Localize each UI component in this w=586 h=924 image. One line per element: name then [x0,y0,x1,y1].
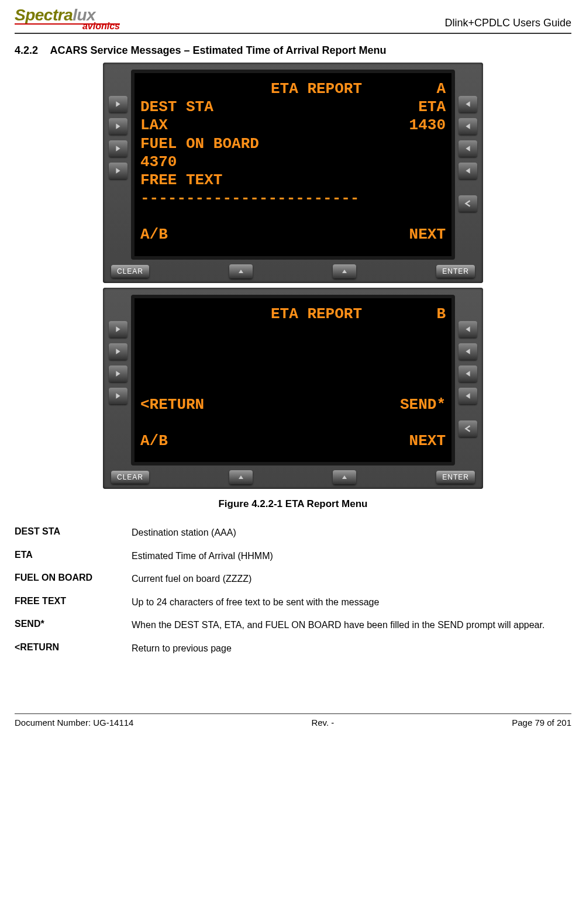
screen-b-page: B [416,305,446,323]
screen-a-freetext-label: FREE TEXT [140,171,446,189]
def-row: ETAEstimated Time of Arrival (HHMM) [15,550,571,563]
device-mid-b: ETA REPORTB <RETURNSEND* A/BNEXT [109,295,477,466]
clear-button-b[interactable]: CLEAR [111,471,149,484]
page-header: Spectralux avionics Dlink+CPDLC Users Gu… [15,6,571,34]
screen-a-eta-value: 1430 [409,116,446,135]
up-arrow-button-1-b[interactable] [229,470,253,484]
screen-a: ETA REPORTA DEST STAETA LAX1430 FUEL ON … [131,70,455,260]
def-term: DEST STA [15,526,132,537]
document-title: Dlink+CPDLC Users Guide [444,17,571,32]
logo-subtitle: avionics [61,21,120,32]
lsk-l3-b[interactable] [109,366,127,382]
device-panel-b: ETA REPORTB <RETURNSEND* A/BNEXT CLEAR [103,288,483,489]
screen-a-fuel-label: FUEL ON BOARD [140,135,446,153]
screen-a-ab-prompt: A/B [140,226,409,244]
clear-button[interactable]: CLEAR [111,265,149,278]
section-title: ACARS Service Messages – Estimated Time … [50,44,386,56]
def-row: FUEL ON BOARDCurrent fuel on board (ZZZZ… [15,573,571,585]
enter-button-b[interactable]: ENTER [436,471,475,484]
enter-button[interactable]: ENTER [436,265,475,278]
screen-b-title: ETA REPORT [216,305,416,323]
lsk-l4[interactable] [109,163,127,179]
screen-a-freetext-input: ------------------------ [140,189,446,208]
def-row: DEST STADestination station (AAA) [15,526,571,539]
screen-a-eta-label: ETA [418,98,446,116]
def-row: FREE TEXTUp to 24 characters of free tex… [15,596,571,609]
left-side-buttons [109,70,127,260]
lsk-r1[interactable] [459,96,477,112]
def-desc: When the DEST STA, ETA, and FUEL ON BOAR… [132,619,544,632]
def-term: SEND* [15,619,132,629]
section-heading: 4.2.2 ACARS Service Messages – Estimated… [15,44,571,57]
screen-b-next-prompt: NEXT [409,432,446,450]
def-desc: Current fuel on board (ZZZZ) [132,573,251,585]
up-arrow-button-2-b[interactable] [333,470,356,484]
section-number: 4.2.2 [15,44,38,57]
definitions-table: DEST STADestination station (AAA) ETAEst… [15,526,571,655]
screen-b-return-prompt: <RETURN [140,396,400,414]
screen-a-page: A [416,80,446,98]
left-side-buttons-b [109,295,127,466]
def-term: ETA [15,550,132,560]
lsk-r2-b[interactable] [459,343,477,360]
right-side-buttons [459,70,477,260]
def-desc: Estimated Time of Arrival (HHMM) [132,550,273,563]
lsk-l1-b[interactable] [109,321,127,337]
screen-a-next-prompt: NEXT [409,226,446,244]
lsk-r3[interactable] [459,140,477,157]
back-angle-button[interactable] [459,195,477,212]
lsk-l2[interactable] [109,118,127,135]
lsk-l3[interactable] [109,140,127,157]
screen-b: ETA REPORTB <RETURNSEND* A/BNEXT [131,295,455,466]
lsk-r1-b[interactable] [459,321,477,337]
def-row: SEND*When the DEST STA, ETA, and FUEL ON… [15,619,571,632]
screen-a-title: ETA REPORT [216,80,416,98]
def-desc: Up to 24 characters of free text to be s… [132,596,379,609]
up-arrow-button-1[interactable] [229,264,253,278]
screen-a-dest-sta-label: DEST STA [140,98,418,116]
screenshot-container: ETA REPORTA DEST STAETA LAX1430 FUEL ON … [15,63,571,526]
def-row: <RETURNReturn to previous page [15,642,571,655]
footer-page-number: Page 79 of 201 [512,718,571,728]
screen-a-dest-sta-value: LAX [140,116,409,135]
figure-caption: Figure 4.2.2-1 ETA Report Menu [218,498,367,510]
device-b-bottom-row: CLEAR ENTER [109,470,477,484]
device-mid-a: ETA REPORTA DEST STAETA LAX1430 FUEL ON … [109,70,477,260]
device-a-bottom-row: CLEAR ENTER [109,264,477,278]
def-term: FREE TEXT [15,596,132,606]
page-footer: Document Number: UG-14114 Rev. - Page 79… [15,713,571,728]
footer-rev: Rev. - [311,718,334,728]
up-arrow-button-2[interactable] [333,264,356,278]
def-term: FUEL ON BOARD [15,573,132,583]
screen-b-ab-prompt: A/B [140,432,409,450]
lsk-r2[interactable] [459,118,477,135]
def-desc: Return to previous page [132,642,232,655]
lsk-l4-b[interactable] [109,388,127,404]
footer-doc-number: Document Number: UG-14114 [15,718,133,728]
device-panel-a: ETA REPORTA DEST STAETA LAX1430 FUEL ON … [103,63,483,283]
lsk-r3-b[interactable] [459,366,477,382]
right-side-buttons-b [459,295,477,466]
lsk-l2-b[interactable] [109,343,127,360]
lsk-r4-b[interactable] [459,388,477,404]
def-desc: Destination station (AAA) [132,526,236,539]
back-angle-button-b[interactable] [459,420,477,437]
lsk-l1[interactable] [109,96,127,112]
def-term: <RETURN [15,642,132,653]
screen-a-fuel-value: 4370 [140,153,446,171]
lsk-r4[interactable] [459,163,477,179]
screen-b-send-prompt: SEND* [400,396,446,414]
logo: Spectralux avionics [15,6,120,32]
